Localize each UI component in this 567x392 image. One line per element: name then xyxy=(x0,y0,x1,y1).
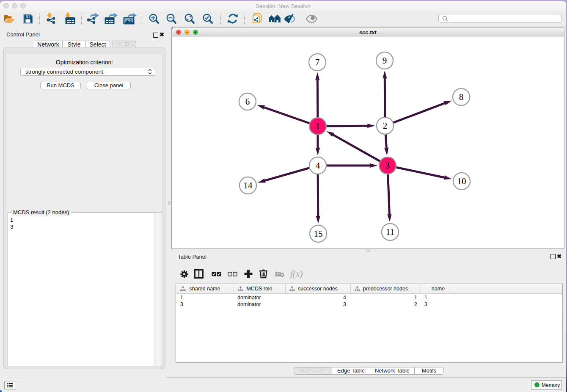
svg-text:6: 6 xyxy=(245,97,250,107)
svg-text:1: 1 xyxy=(316,121,320,131)
svg-text:9: 9 xyxy=(383,55,387,66)
svg-text:7: 7 xyxy=(315,57,320,67)
svg-text:2: 2 xyxy=(383,121,388,131)
svg-text:11: 11 xyxy=(386,227,394,237)
svg-text:3: 3 xyxy=(385,160,390,171)
svg-text:8: 8 xyxy=(459,92,464,102)
svg-text:10: 10 xyxy=(457,176,466,186)
svg-text:14: 14 xyxy=(244,180,253,190)
svg-text:4: 4 xyxy=(316,160,320,171)
svg-text:15: 15 xyxy=(314,229,323,239)
